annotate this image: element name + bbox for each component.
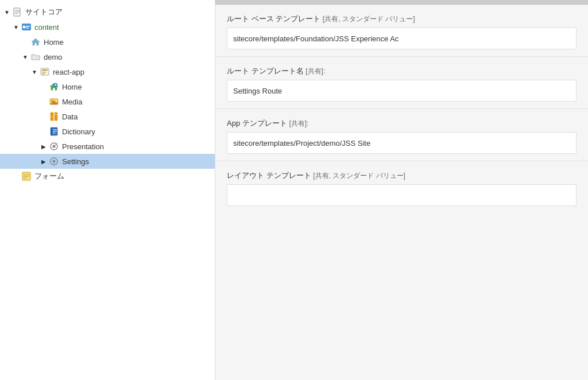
field4-label: レイアウト テンプレート [共有, スタンダード バリュー] [227, 170, 577, 181]
form-panel: ルート ベース テンプレート [共有, スタンダード バリュー] sitecor… [215, 0, 588, 380]
field4-section: レイアウト テンプレート [共有, スタンダード バリュー] [215, 161, 588, 213]
content-icon [21, 21, 32, 33]
tree-item-react-home[interactable]: Home [0, 79, 215, 94]
tree-item-forms[interactable]: フォーム [0, 169, 215, 184]
svg-point-31 [53, 160, 56, 163]
tree-arrow-content [11, 22, 21, 32]
field4-shared-tag: [共有, スタンダード バリュー] [313, 172, 405, 180]
tree-arrow-react-app [30, 67, 39, 76]
tree-item-demo[interactable]: demo [0, 49, 215, 64]
tree-item-presentation[interactable]: Presentation [0, 139, 215, 154]
svg-rect-12 [42, 73, 45, 75]
tree-label-forms: フォーム [34, 171, 64, 181]
svg-rect-10 [42, 69, 48, 71]
field2-shared-tag: [共有]: [305, 67, 325, 75]
field3-shared-tag: [共有]: [289, 119, 308, 127]
presentation-icon [48, 141, 60, 152]
tree-label-sitecore: サイトコア [25, 7, 63, 17]
tree-item-sitecore[interactable]: サイトコア [0, 5, 215, 20]
tree-item-settings[interactable]: Settings [0, 154, 215, 169]
page-icon [11, 6, 23, 18]
dictionary-icon [48, 126, 60, 137]
svg-rect-19 [51, 113, 53, 117]
field2-label: ルート テンプレート名 [共有]: [227, 66, 577, 76]
tree-item-react-app[interactable]: react-app [0, 64, 215, 79]
svg-point-5 [23, 26, 26, 29]
tree-panel: サイトコア content Home [0, 0, 215, 380]
field4-input[interactable] [227, 184, 577, 206]
field3-section: App テンプレート [共有]: sitecore/templates/Proj… [215, 109, 588, 161]
svg-rect-11 [42, 72, 46, 73]
tree-label-presentation: Presentation [62, 142, 104, 151]
react-app-icon [39, 66, 51, 77]
svg-rect-22 [55, 115, 57, 121]
tree-label-dictionary: Dictionary [62, 127, 95, 136]
tree-arrow-presentation [39, 142, 48, 151]
tree-item-media[interactable]: Media [0, 94, 215, 109]
svg-rect-21 [55, 113, 57, 114]
tree-item-data[interactable]: Data [0, 109, 215, 124]
tree-arrow-settings [39, 157, 48, 166]
svg-rect-24 [51, 127, 52, 135]
tree-label-settings: Settings [62, 157, 89, 166]
tree-label-react-app: react-app [53, 68, 84, 76]
tree-arrow-sitecore [2, 7, 11, 17]
field1-label: ルート ベース テンプレート [共有, スタンダード バリュー] [227, 14, 577, 24]
svg-rect-6 [26, 26, 30, 27]
field3-input[interactable]: sitecore/templates/Project/demo/JSS Site [227, 132, 577, 154]
react-home-icon [48, 81, 60, 92]
folder-icon [30, 51, 41, 63]
field2-input[interactable]: Settings Route [227, 80, 577, 102]
svg-point-29 [53, 145, 56, 148]
tree-label-data: Data [62, 113, 78, 121]
field3-label: App テンプレート [共有]: [227, 118, 577, 129]
tree-arrow-demo [21, 52, 30, 61]
media-icon [48, 96, 60, 107]
home-icon [30, 36, 41, 48]
tree-label-media: Media [62, 98, 82, 106]
field1-section: ルート ベース テンプレート [共有, スタンダード バリュー] sitecor… [215, 5, 588, 56]
forms-icon [21, 170, 32, 182]
tree-label-demo: demo [44, 53, 63, 61]
settings-icon [48, 156, 60, 167]
tree-item-home[interactable]: Home [0, 34, 215, 49]
field1-input[interactable]: sitecore/templates/Foundation/JSS Experi… [227, 28, 577, 49]
tree-label-react-home: Home [62, 83, 82, 91]
tree-item-content[interactable]: content [0, 20, 215, 34]
field2-section: ルート テンプレート名 [共有]: Settings Route [215, 57, 588, 108]
svg-rect-7 [26, 28, 29, 29]
data-icon [48, 111, 60, 122]
tree-item-dictionary[interactable]: Dictionary [0, 124, 215, 139]
tree-label-content: content [34, 23, 59, 32]
svg-marker-8 [32, 38, 40, 45]
tree-label-home: Home [44, 38, 64, 46]
field1-shared-tag: [共有, スタンダード バリュー] [323, 15, 415, 23]
svg-rect-20 [51, 117, 53, 121]
